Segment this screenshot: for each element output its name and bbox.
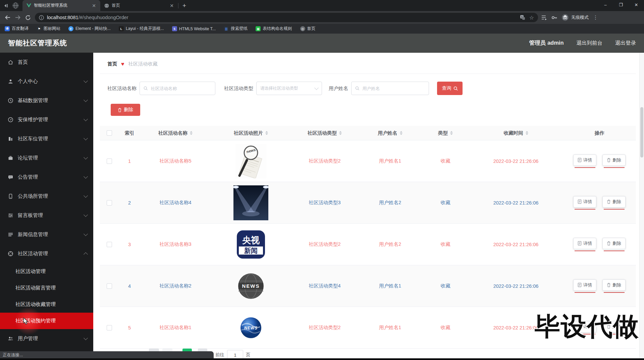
delete-button[interactable]: 删除 (602, 196, 626, 208)
sidebar-subitem-activity-reservation[interactable]: 社区活动预约管理 (0, 313, 93, 329)
row-checkbox[interactable] (107, 283, 112, 289)
admin-user-label[interactable]: 管理员 admin (529, 39, 564, 47)
sort-icons[interactable] (190, 131, 193, 135)
app-title: 智能社区管理系统 (8, 38, 67, 48)
delete-button[interactable]: 删除 (602, 238, 626, 249)
user-name-input[interactable] (351, 82, 429, 95)
row-index: 5 (119, 325, 140, 330)
activity-name-input[interactable] (140, 82, 215, 95)
media-controls-icon[interactable] (3, 3, 9, 8)
bookmark-item[interactable]: ▦表结构命名规则 (256, 26, 292, 32)
scrollbar-thumb[interactable] (640, 107, 643, 158)
forward-icon[interactable] (13, 12, 23, 22)
user-name-label: 用户姓名 (329, 85, 348, 92)
col-user-name[interactable]: 用户姓名 (358, 130, 422, 136)
bookmark-item[interactable]: ◎首页 (300, 26, 316, 32)
activity-photo[interactable]: NEWS (211, 317, 291, 339)
news-globe-badge-image: NEWS (238, 273, 264, 299)
activity-photo[interactable]: NEWS (211, 273, 291, 299)
site-info-icon[interactable] (39, 15, 44, 20)
sidebar-item-news[interactable]: 新闻信息管理 (0, 225, 93, 244)
window-close-button[interactable]: ✕ (629, 0, 644, 9)
back-icon[interactable] (3, 12, 13, 22)
sort-icons[interactable] (526, 131, 528, 135)
sort-icons[interactable] (400, 131, 402, 135)
exit-to-front-link[interactable]: 退出到前台 (577, 40, 603, 47)
col-activity-type[interactable]: 社区活动类型 (291, 130, 358, 136)
batch-delete-button[interactable]: 删除 (111, 104, 140, 116)
sidebar-subitem-activity-favorite[interactable]: 社区活动收藏管理 (0, 296, 93, 313)
reading-list-icon[interactable] (541, 15, 547, 20)
delete-button[interactable]: 删除 (602, 154, 626, 166)
goto-page-input[interactable] (227, 350, 243, 359)
col-favorite-time[interactable]: 收藏时间 (469, 130, 563, 136)
window-minimize-button[interactable]: – (598, 0, 613, 9)
sidebar-item-user-manage[interactable]: 用户管理 (0, 329, 93, 348)
activity-photo[interactable] (211, 185, 291, 220)
bookmark-item[interactable]: LLayui - 经典开源模... (119, 26, 164, 32)
tab-close-icon[interactable]: ✕ (169, 3, 175, 8)
reload-icon[interactable] (23, 12, 33, 22)
sidebar-item-announcement[interactable]: 公告管理 (0, 168, 93, 187)
activity-photo[interactable]: 央视 新闻 (211, 230, 291, 259)
window-restore-button[interactable]: ❐ (613, 0, 629, 9)
breadcrumb-home[interactable]: 首页 (107, 61, 117, 67)
bookmark-item[interactable]: 5HTML5 Website T... (172, 26, 216, 31)
browser-globe-icon[interactable] (12, 2, 19, 9)
sort-icons[interactable] (265, 131, 268, 135)
browser-menu-icon[interactable]: ⋮ (593, 14, 598, 20)
bookmark-item[interactable]: 译百度翻译 (5, 26, 29, 32)
row-checkbox[interactable] (107, 325, 112, 330)
url-text[interactable]: localhost:8081/#/shequhuodongOrder (47, 15, 128, 20)
tab-close-icon[interactable]: ✕ (91, 3, 97, 8)
translate-icon[interactable]: A (520, 15, 525, 20)
sidebar-item-home[interactable]: 首页 (0, 53, 93, 72)
search-button[interactable]: 查询 (437, 82, 463, 95)
sidebar-item-basic-data[interactable]: 基础数据管理 (0, 91, 93, 110)
tab-community-system[interactable]: 智能社区管理系统 ✕ (22, 0, 100, 11)
vue-favicon (26, 3, 31, 8)
row-checkbox[interactable] (107, 159, 112, 164)
row-checkbox[interactable] (107, 200, 112, 206)
sidebar-item-personal-center[interactable]: 个人中心 (0, 72, 93, 91)
sidebar-subitem-activity-manage[interactable]: 社区活动管理 (0, 263, 93, 280)
sidebar-item-community-activity[interactable]: 社区活动管理 (0, 244, 93, 263)
col-type[interactable]: 类型 (422, 130, 469, 136)
detail-button[interactable]: 详情 (573, 279, 596, 291)
activity-type-select[interactable]: 请选择社区活动类型 (256, 82, 322, 95)
filter-bar: 社区活动名称 社区活动类型 请选择社区活动类型 用户姓名 查询 (107, 82, 463, 95)
sort-icons[interactable] (450, 131, 453, 135)
delete-button[interactable]: 删除 (602, 279, 626, 291)
incognito-profile-chip[interactable]: 无痕模式 (561, 14, 589, 21)
bookmark-item[interactable]: |||搜索壁纸 (224, 26, 248, 32)
col-activity-photo[interactable]: 社区活动照片 (211, 130, 291, 136)
detail-button[interactable]: 详情 (573, 196, 596, 208)
col-index[interactable]: 索引 (119, 130, 140, 136)
page-scrollbar[interactable] (639, 53, 644, 358)
sidebar-item-public-places[interactable]: 公共场所管理 (0, 187, 93, 206)
row-checkbox[interactable] (107, 242, 112, 247)
logout-link[interactable]: 退出登录 (615, 40, 636, 47)
password-key-icon[interactable] (551, 15, 557, 20)
sidebar-nav: 首页 个人中心 基础数据管理 安保维护管理 社区车位管理 论坛管理 公告管理 公… (0, 53, 93, 360)
detail-button[interactable]: 详情 (573, 238, 596, 249)
bookmark-item[interactable]: EElement - 网站快... (68, 26, 111, 32)
sidebar-subitem-activity-message[interactable]: 社区活动留言管理 (0, 280, 93, 296)
tab-home[interactable]: 首页 ✕ (100, 0, 178, 11)
select-all-checkbox[interactable] (107, 130, 112, 136)
col-activity-name[interactable]: 社区活动名称 (140, 130, 211, 136)
detail-button[interactable]: 详情 (573, 154, 596, 166)
stage-spotlights-image (233, 185, 268, 220)
bookmark-star-icon[interactable]: ☆ (529, 14, 534, 21)
sidebar-item-parking[interactable]: 社区车位管理 (0, 129, 93, 148)
bookmark-item[interactable]: ⚑图标网站 (37, 26, 60, 32)
new-tab-button[interactable]: + (178, 2, 190, 9)
search-icon (453, 86, 458, 91)
address-bar[interactable]: localhost:8081/#/shequhuodongOrder A ☆ (35, 13, 538, 22)
activity-photo[interactable]: news (211, 144, 291, 178)
sort-icons[interactable] (339, 131, 342, 135)
bookmark-favicon: ||| (224, 26, 229, 31)
sidebar-item-forum[interactable]: 论坛管理 (0, 148, 93, 168)
sidebar-item-security[interactable]: 安保维护管理 (0, 110, 93, 129)
sidebar-item-message-board[interactable]: 留言板管理 (0, 206, 93, 225)
